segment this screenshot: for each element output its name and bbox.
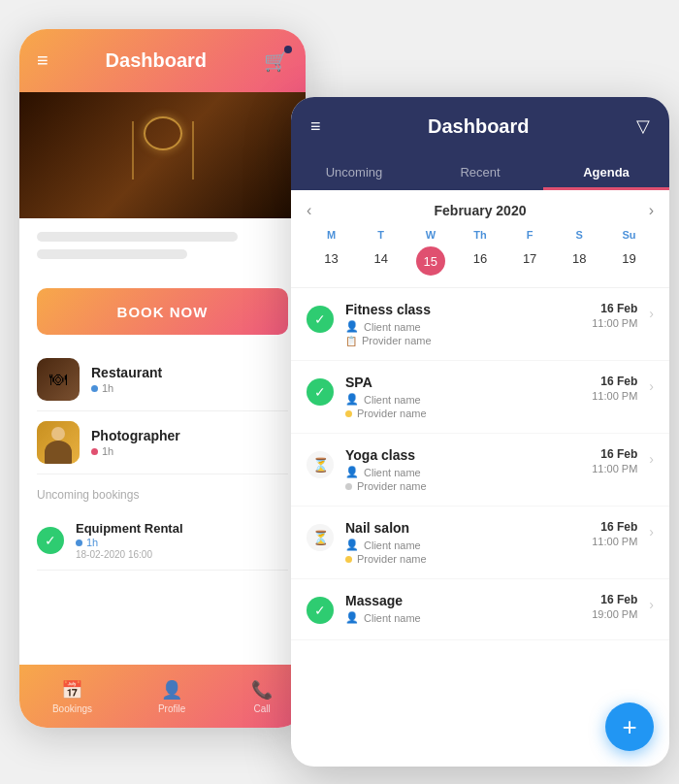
appt-fitness[interactable]: ✓ Fitness class 👤 Client name 📋 Provider… bbox=[291, 288, 669, 361]
filter-icon[interactable]: ▽ bbox=[636, 115, 650, 137]
upcoming-title: Uncoming bookings bbox=[37, 488, 288, 502]
fab-button[interactable]: + bbox=[605, 702, 654, 751]
appt-status-nail: ⏳ bbox=[307, 524, 334, 551]
calendar-section: ‹ February 2020 › M T W Th F S Su 13 14 … bbox=[291, 190, 669, 288]
cal-day-16[interactable]: 16 bbox=[455, 246, 504, 276]
appt-main-spa: SPA 👤 Client name Provider name bbox=[345, 375, 580, 419]
appt-date-spa: 16 Feb bbox=[592, 375, 637, 388]
cal-day-18[interactable]: 18 bbox=[555, 246, 604, 276]
bookings-icon: 📅 bbox=[61, 679, 82, 701]
cal-day-14[interactable]: 14 bbox=[356, 246, 405, 276]
cal-day-17[interactable]: 17 bbox=[505, 246, 555, 276]
cal-day-19[interactable]: 19 bbox=[604, 246, 654, 276]
cal-prev-arrow[interactable]: ‹ bbox=[307, 202, 311, 219]
appt-time-nail: 11:00 PM bbox=[592, 536, 637, 547]
appt-spa[interactable]: ✓ SPA 👤 Client name Provider name 16 Feb… bbox=[291, 361, 669, 434]
cal-label-s: S bbox=[555, 229, 604, 241]
fab-icon: + bbox=[622, 712, 636, 742]
hourglass-icon-nail: ⏳ bbox=[312, 530, 329, 545]
appt-time-massage: 19:00 PM bbox=[592, 608, 637, 620]
menu-icon[interactable]: ≡ bbox=[37, 49, 48, 72]
skeleton-line bbox=[37, 232, 238, 242]
tab-upcoming[interactable]: Uncoming bbox=[291, 155, 417, 190]
restaurant-info: Restaurant 1h bbox=[91, 365, 162, 394]
appt-main-massage: Massage 👤 Client name bbox=[345, 593, 580, 626]
booking-item-equipment[interactable]: ✓ Equipment Rental 1h 18-02-2020 16:00 bbox=[37, 511, 288, 571]
appt-client-yoga: 👤 Client name bbox=[345, 466, 580, 478]
appt-main-yoga: Yoga class 👤 Client name Provider name bbox=[345, 447, 580, 492]
appt-provider-nail: Provider name bbox=[345, 553, 580, 565]
hourglass-icon-yoga: ⏳ bbox=[312, 457, 329, 473]
service-item-photographer[interactable]: Photographer 1h bbox=[37, 411, 288, 474]
appt-yoga[interactable]: ⏳ Yoga class 👤 Client name Provider name… bbox=[291, 434, 669, 506]
appt-name-yoga: Yoga class bbox=[345, 447, 580, 463]
bookings-label: Bookings bbox=[52, 703, 92, 714]
appt-main-fitness: Fitness class 👤 Client name 📋 Provider n… bbox=[345, 302, 580, 346]
cal-days-header: M T W Th F S Su bbox=[307, 229, 654, 241]
cal-day-15[interactable]: 15 bbox=[416, 246, 445, 276]
service-item-restaurant[interactable]: 🍽 Restaurant 1h bbox=[37, 348, 288, 411]
profile-label: Profile bbox=[158, 703, 185, 714]
upcoming-section: Uncoming bookings ✓ Equipment Rental 1h … bbox=[19, 474, 306, 576]
tab-recent[interactable]: Recent bbox=[417, 155, 543, 190]
appt-client-massage: 👤 Client name bbox=[345, 611, 580, 624]
cal-label-f: F bbox=[505, 229, 555, 241]
cal-days: 13 14 15 16 17 18 19 bbox=[307, 246, 654, 276]
restaurant-time: 1h bbox=[91, 382, 162, 394]
tablet-title: Dashboard bbox=[428, 115, 529, 138]
appt-time-yoga: 11:00 PM bbox=[592, 463, 637, 474]
booking-name: Equipment Rental bbox=[76, 521, 183, 536]
booking-info: Equipment Rental 1h 18-02-2020 16:00 bbox=[76, 521, 183, 560]
call-label: Call bbox=[253, 703, 270, 714]
appt-arrow-nail: › bbox=[649, 524, 654, 539]
photographer-name: Photographer bbox=[91, 428, 180, 443]
nav-profile[interactable]: 👤 Profile bbox=[158, 679, 185, 714]
booking-time-dot bbox=[76, 539, 82, 546]
provider-dot-nail bbox=[345, 556, 352, 563]
appt-meta-spa: 16 Feb 11:00 PM bbox=[592, 375, 637, 402]
time-dot-blue bbox=[91, 385, 98, 392]
book-now-button[interactable]: BOOK NOW bbox=[37, 288, 288, 335]
tablet-menu-icon[interactable]: ≡ bbox=[310, 116, 321, 137]
cart-icon[interactable]: 🛒 bbox=[264, 49, 288, 73]
appt-status-spa: ✓ bbox=[307, 378, 334, 406]
appt-name-massage: Massage bbox=[345, 593, 580, 608]
cal-day-13[interactable]: 13 bbox=[307, 246, 356, 276]
appt-provider-fitness: 📋 Provider name bbox=[345, 335, 580, 346]
booking-check-icon: ✓ bbox=[37, 527, 64, 554]
tab-agenda[interactable]: Agenda bbox=[543, 155, 669, 190]
cal-next-arrow[interactable]: › bbox=[649, 202, 654, 219]
appt-name-nail: Nail salon bbox=[345, 520, 580, 536]
photographer-avatar bbox=[37, 421, 80, 464]
appt-meta-yoga: 16 Feb 11:00 PM bbox=[592, 447, 637, 474]
nav-bookings[interactable]: 📅 Bookings bbox=[52, 679, 92, 714]
nav-call[interactable]: 📞 Call bbox=[251, 679, 273, 714]
appt-client-fitness: 👤 Client name bbox=[345, 320, 580, 333]
appt-arrow-fitness: › bbox=[649, 306, 654, 321]
tablet-header: ≡ Dashboard ▽ bbox=[291, 97, 669, 155]
appt-client-spa: 👤 Client name bbox=[345, 393, 580, 406]
cal-label-m: M bbox=[307, 229, 356, 241]
appt-meta-nail: 16 Feb 11:00 PM bbox=[592, 520, 637, 547]
restaurant-name: Restaurant bbox=[91, 365, 162, 380]
call-icon: 📞 bbox=[251, 679, 273, 701]
booking-time: 1h bbox=[76, 537, 183, 548]
appt-nail[interactable]: ⏳ Nail salon 👤 Client name Provider name… bbox=[291, 506, 669, 579]
appt-arrow-massage: › bbox=[649, 597, 654, 612]
tabs-row: Uncoming Recent Agenda bbox=[291, 155, 669, 190]
booking-date: 18-02-2020 16:00 bbox=[76, 549, 183, 560]
appt-name-fitness: Fitness class bbox=[345, 302, 580, 317]
appt-meta-massage: 16 Feb 19:00 PM bbox=[592, 593, 637, 620]
appt-massage[interactable]: ✓ Massage 👤 Client name 16 Feb 19:00 PM … bbox=[291, 579, 669, 640]
appt-time-fitness: 11:00 PM bbox=[592, 317, 637, 329]
skeleton-section bbox=[19, 218, 306, 280]
appt-status-fitness: ✓ bbox=[307, 306, 334, 333]
appt-status-yoga: ⏳ bbox=[307, 451, 334, 478]
cal-month: February 2020 bbox=[435, 203, 527, 218]
provider-dot-spa bbox=[345, 410, 352, 417]
appointments-list: ✓ Fitness class 👤 Client name 📋 Provider… bbox=[291, 288, 669, 764]
skeleton-line bbox=[37, 249, 187, 259]
calendar-nav: ‹ February 2020 › bbox=[307, 202, 654, 219]
appt-provider-spa: Provider name bbox=[345, 408, 580, 419]
appt-status-massage: ✓ bbox=[307, 597, 334, 624]
